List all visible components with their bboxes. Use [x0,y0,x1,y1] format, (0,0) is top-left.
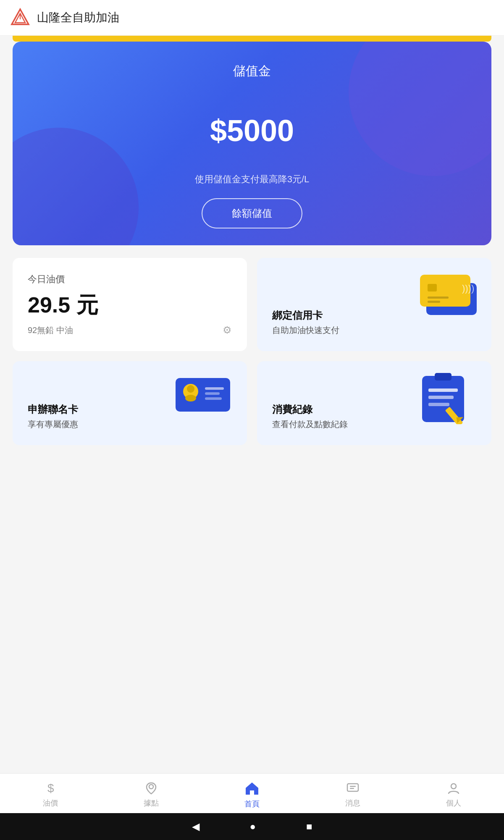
oil-price-label: 今日油價 [28,273,232,286]
settings-icon[interactable]: ⚙ [223,324,232,336]
nav-label-home: 首頁 [244,799,260,809]
svg-point-24 [149,785,153,789]
topup-button[interactable]: 餘額儲值 [202,198,302,228]
balance-description: 使用儲值金支付最高降3元/L [195,173,310,186]
svg-rect-14 [205,392,220,395]
svg-rect-28 [350,788,354,789]
person-icon [446,781,461,795]
svg-rect-8 [428,301,440,303]
svg-point-29 [451,784,456,789]
android-nav-bar: ◀ ● ■ [0,813,504,840]
feature-row-2: 申辦聯名卡 享有專屬優惠 消費紀錄 [13,361,491,445]
svg-rect-7 [428,297,449,299]
app-title: 山隆全自助加油 [37,10,119,26]
nav-label-oil: 油價 [43,798,58,808]
svg-rect-18 [428,388,458,392]
bottom-nav: $ 油價 據點 首頁 消息 個人 [0,773,504,813]
svg-rect-27 [350,786,356,787]
svg-rect-13 [205,387,224,390]
yellow-accent-bar [13,36,491,42]
android-home-button[interactable]: ● [250,821,256,832]
oil-price-card[interactable]: 今日油價 29.5 元 92無鉛 中油 ⚙ [13,258,247,351]
nav-label-profile: 個人 [446,798,461,808]
svg-text:)))): )))) [462,283,474,294]
balance-card: 儲值金 $5000 使用儲值金支付最高降3元/L 餘額儲值 [13,42,491,245]
credit-card-icon-area: )))) [416,266,483,321]
record-icon-area [416,370,483,424]
svg-point-12 [185,395,196,402]
app-header: 山隆全自助加油 [0,0,504,36]
android-recent-button[interactable]: ■ [306,821,312,832]
svg-text:$: $ [47,782,54,795]
svg-rect-17 [435,373,452,381]
oil-price-value: 29.5 元 [28,291,232,320]
location-icon [144,781,158,795]
record-feature[interactable]: 消費紀錄 查看付款及點數紀錄 [257,361,491,445]
nav-item-home[interactable]: 首頁 [227,780,277,809]
nav-item-message[interactable]: 消息 [328,781,378,808]
credit-card-icon: )))) [416,266,483,321]
feature-row-1: 今日油價 29.5 元 92無鉛 中油 ⚙ )))) [13,258,491,351]
svg-rect-19 [428,396,454,399]
nav-item-location[interactable]: 據點 [126,781,176,808]
nav-item-oil[interactable]: $ 油價 [25,781,76,808]
home-icon [244,780,260,796]
membership-icon-area [171,370,239,424]
main-content: 儲值金 $5000 使用儲值金支付最高降3元/L 餘額儲值 今日油價 29.5 … [0,42,504,773]
svg-rect-26 [347,784,358,791]
oil-price-sub: 92無鉛 中油 ⚙ [28,324,232,336]
balance-title: 儲值金 [233,63,271,80]
credit-card-feature[interactable]: )))) 綁定信用卡 自助加油快速支付 [257,258,491,351]
nav-label-message: 消息 [345,798,360,808]
record-icon [416,370,475,424]
svg-point-11 [187,385,194,393]
svg-rect-20 [428,403,449,406]
credit-card-desc: 自助加油快速支付 [272,325,476,336]
android-back-button[interactable]: ◀ [192,821,200,832]
svg-rect-5 [428,284,437,291]
oil-price-sub-text: 92無鉛 中油 [28,325,73,336]
svg-rect-15 [205,397,222,400]
nav-label-location: 據點 [144,798,159,808]
app-logo-icon [10,8,30,28]
nav-item-profile[interactable]: 個人 [428,781,479,808]
membership-card-feature[interactable]: 申辦聯名卡 享有專屬優惠 [13,361,247,445]
dollar-icon: $ [43,781,58,795]
membership-card-icon [171,370,239,420]
balance-amount: $5000 [210,113,294,148]
message-icon [346,781,360,795]
svg-rect-9 [176,378,230,412]
